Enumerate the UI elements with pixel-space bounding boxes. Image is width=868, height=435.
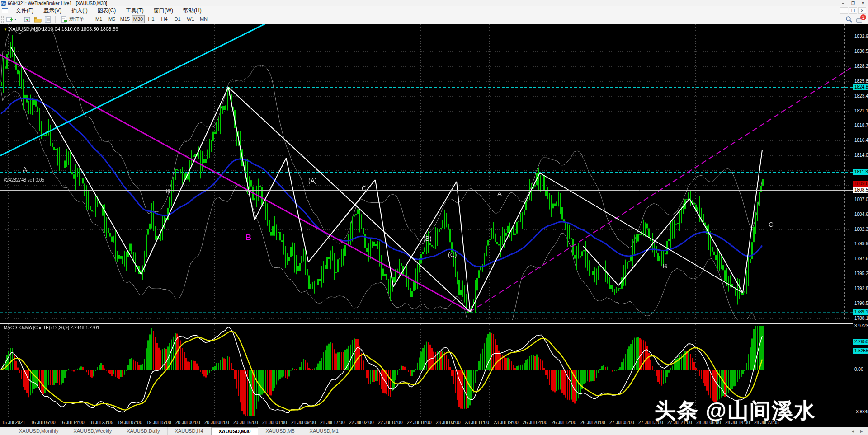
menu-item-f[interactable]: 文件(F) (11, 6, 38, 14)
price-tick-label: 1816.40 (854, 138, 868, 143)
close-button[interactable]: ✕ (858, 0, 868, 6)
timeframe-button-m30[interactable]: M30 (132, 15, 145, 23)
wave-label-9: C (769, 220, 774, 228)
wave-label-1: B (165, 187, 170, 195)
mt4-window: We 6694321: WeTradeBroker-Live1 - [XAUUS… (0, 0, 868, 435)
tab-xauusd-monthly[interactable]: XAUUSD,Monthly (12, 427, 66, 435)
child-close-button[interactable]: ✕ (858, 7, 866, 14)
timeframe-button-m5[interactable]: M5 (105, 15, 118, 23)
timeframe-button-mn[interactable]: MN (197, 15, 210, 23)
indicator-label: MACD_OsMA [CurrTF] (12,26,9) 2.2448 1.27… (4, 325, 99, 330)
time-label: 20 Jul 16:00 (233, 420, 258, 425)
time-label: 23 Jul 03:00 (436, 420, 461, 425)
price-axis: 1832.901830.551828.201825.801823.451821.… (853, 24, 868, 418)
price-marker-1808.56: 1808.56 (853, 187, 868, 193)
maximize-button[interactable]: ❐ (848, 0, 858, 6)
price-tick-label: 1797.60 (854, 256, 868, 261)
tab-xauusd-m30[interactable]: XAUUSD,M30 (211, 427, 259, 435)
time-label: 20 Jul 08:00 (204, 420, 229, 425)
title-bar: We 6694321: WeTradeBroker-Live1 - [XAUUS… (0, 0, 868, 6)
main-chart-canvas[interactable] (0, 24, 853, 320)
price-tick-label: 1795.25 (854, 271, 868, 276)
menu-item-i[interactable]: 插入(I) (66, 6, 92, 14)
price-tick-label: 1807.00 (854, 197, 868, 202)
symbol-ohlc-readout: ▼XAUUSD,M30 1810.04 1810.06 1808.50 1808… (4, 26, 118, 32)
notification-badge: 1 (860, 14, 866, 20)
price-tick-label: 3.9723 (854, 323, 868, 328)
menu-bar: 文件(F)显示(V)插入(I)图表(C)工具(T)窗口(W)帮助(H) – ❐ … (0, 6, 868, 14)
price-tick-label: 1823.45 (854, 94, 868, 98)
time-label: 26 Jul 20:00 (580, 420, 605, 425)
price-tick-label: 1802.30 (854, 227, 868, 232)
tab-xauusd-daily[interactable]: XAUUSD,Daily (119, 427, 167, 435)
chart-tab-bar: XAUUSD,MonthlyXAUUSD,WeeklyXAUUSD,DailyX… (0, 427, 868, 435)
timeframe-button-h4[interactable]: H4 (158, 15, 171, 23)
wave-label-7: A (497, 190, 502, 197)
notifications-button[interactable]: 1 (856, 16, 864, 23)
price-tick-label: 0.00 (854, 367, 863, 372)
window-list-icon (45, 16, 52, 23)
price-marker-1.5255: 1.5255 (853, 348, 868, 354)
window-title: 6694321: WeTradeBroker-Live1 - [XAUUSD,M… (8, 1, 107, 6)
chart-window-icon (2, 8, 8, 13)
menu-item-v[interactable]: 显示(V) (38, 6, 66, 14)
price-marker-2.2950: 2.2950 (853, 339, 868, 345)
chevron-down-icon: ▾ (14, 17, 16, 21)
time-label: 26 Jul 12:00 (552, 420, 576, 425)
timeframe-button-h1[interactable]: H1 (145, 15, 158, 23)
toolbar: ▾ (0, 14, 868, 24)
tab-scroll-left-icon[interactable]: ◄ (851, 429, 855, 434)
menu-item-c[interactable]: 图表(C) (93, 6, 121, 14)
wave-label-0: A (23, 165, 27, 173)
time-label: 19 Jul 07:00 (118, 420, 142, 425)
tab-scroll-right-icon[interactable]: ► (859, 429, 863, 434)
time-label: 21 Jul 17:00 (320, 420, 345, 425)
menu-item-t[interactable]: 工具(T) (121, 6, 148, 14)
search-icon[interactable] (845, 16, 853, 23)
wave-label-3: (A) (308, 177, 317, 184)
price-marker-1789.15: 1789.15 (853, 309, 868, 315)
tab-xauusd-h4[interactable]: XAUUSD,H4 (168, 427, 211, 435)
profiles-button[interactable] (23, 15, 33, 24)
price-tick-label: 1818.75 (854, 123, 868, 128)
time-label: 21 Jul 01:00 (262, 420, 287, 425)
window-list-button[interactable] (43, 15, 53, 24)
time-label: 22 Jul 10:00 (378, 420, 403, 425)
symbol-dropdown-icon[interactable]: ▼ (4, 28, 7, 32)
price-marker-1809.04: 1809.04 (853, 181, 868, 187)
toolbar-grip (1, 16, 4, 23)
timeframe-button-m15[interactable]: M15 (118, 15, 132, 23)
timeframe-button-d1[interactable]: D1 (171, 15, 184, 23)
price-tick-label: 1825.80 (854, 79, 868, 84)
time-label: 27 Jul 05:00 (609, 420, 634, 425)
watermark: 头条 @山间溪水 (655, 397, 816, 425)
menu-item-w[interactable]: 窗口(W) (149, 6, 178, 14)
new-order-label: 新订单 (69, 16, 84, 23)
wave-label-5: (B) (423, 235, 432, 242)
time-label: 22 Jul 18:00 (407, 420, 432, 425)
time-label: 16 Jul 06:00 (31, 420, 56, 425)
child-minimize-button[interactable]: – (840, 7, 848, 14)
new-chart-button[interactable]: ▾ (5, 15, 18, 24)
timeframe-button-w1[interactable]: W1 (184, 15, 197, 23)
panel-separator[interactable] (0, 320, 853, 324)
tab-xauusd-m1[interactable]: XAUUSD,M1 (302, 427, 346, 435)
timeframe-button-m1[interactable]: M1 (92, 15, 105, 23)
price-tick-label: 1821.10 (854, 108, 868, 113)
price-tick-label: -3.8845 (854, 409, 868, 414)
time-label: 15 Jul 2021 (2, 420, 25, 425)
price-marker-1824.83: 1824.83 (853, 84, 868, 90)
menu-item-h[interactable]: 帮助(H) (178, 6, 207, 14)
profiles-icon (24, 16, 31, 23)
price-tick-label: 1830.55 (854, 49, 868, 54)
price-tick-label: 1804.65 (854, 212, 868, 217)
open-order-label: #24282748 sell 0.05 (4, 178, 44, 182)
time-label: 26 Jul 04:00 (523, 420, 547, 425)
tab-xauusd-weekly[interactable]: XAUUSD,Weekly (66, 427, 119, 435)
minimize-button[interactable]: – (838, 0, 848, 6)
child-restore-button[interactable]: ❐ (849, 7, 857, 14)
folder-star-icon (34, 16, 42, 23)
new-order-button[interactable]: 新订单 (58, 15, 87, 24)
templates-button[interactable] (33, 15, 43, 24)
tab-xauusd-m5[interactable]: XAUUSD,M5 (258, 427, 302, 435)
